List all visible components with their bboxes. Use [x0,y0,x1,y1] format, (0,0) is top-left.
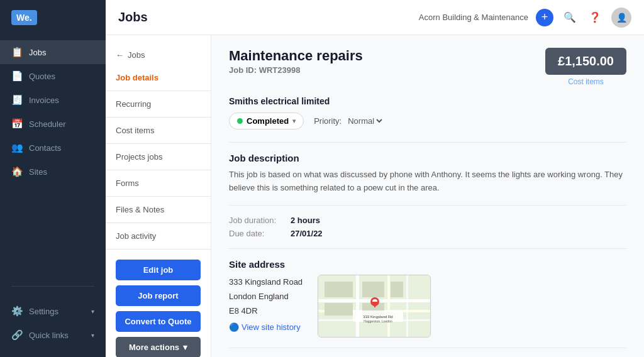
jobs-icon: 📋 [11,47,23,58]
sidebar-item-scheduler[interactable]: 📅 Scheduler [0,112,106,136]
back-to-jobs[interactable]: ← Jobs [106,45,211,67]
more-actions-label: More actions [129,343,179,352]
price-value: £1,150.00 [558,54,614,69]
svg-rect-9 [391,282,403,297]
subnav-job-details[interactable]: Job details [106,67,211,88]
sidebar-item-sites[interactable]: 🏠 Sites [0,160,106,184]
subnav-cost-items[interactable]: Cost items [106,120,211,141]
view-site-history[interactable]: 🔵 View site history [229,322,303,332]
view-history-label: View site history [242,322,301,332]
sidebar-divider [11,286,94,287]
sidebar: We. 📋 Jobs 📄 Quotes 🧾 Invoices 📅 Schedul… [0,0,106,357]
svg-rect-6 [406,275,408,338]
subnav-projects-jobs[interactable]: Projects jobs [106,146,211,167]
convert-to-quote-button[interactable]: Convert to Quote [116,311,201,332]
price-amount-box: £1,150.00 [545,48,626,75]
price-box: £1,150.00 Cost items [545,48,626,86]
more-actions-button[interactable]: More actions ▾ [116,337,201,357]
subnav-job-activity[interactable]: Job activity [106,226,211,246]
action-buttons-area: Edit job Job report Convert to Quote Mor… [106,252,211,357]
svg-rect-7 [325,282,353,297]
status-dot [237,118,243,124]
section-divider [229,142,626,143]
chevron-down-icon: ▾ [91,332,94,339]
sidebar-item-contacts[interactable]: 👥 Contacts [0,136,106,160]
subnav-divider [106,196,211,197]
subnav-forms[interactable]: Forms [106,173,211,194]
priority-row: Priority: Normal Low High [314,116,384,126]
priority-label: Priority: [314,116,341,126]
sidebar-item-label: Jobs [29,48,46,57]
back-arrow-icon: ← [116,50,124,60]
duration-value: 2 hours [291,216,320,225]
add-button[interactable]: + [536,9,553,26]
site-section-title: Site address [229,259,626,270]
sidebar-item-jobs[interactable]: 📋 Jobs [0,40,106,64]
sidebar-item-label: Sites [29,167,47,177]
main-area: Jobs Acorn Building & Maintenance + 🔍 ❓ … [106,0,644,357]
address-block: 333 Kingsland Road London England E8 4DR… [229,275,303,332]
description-title: Job description [229,153,626,163]
contacts-icon: 👥 [11,142,23,153]
sidebar-item-settings[interactable]: ⚙️ Settings ▾ [0,299,106,323]
sites-icon: 🏠 [11,166,23,177]
site-section: Site address 333 Kingsland Road London E… [229,259,626,338]
subnav-divider [106,222,211,223]
avatar[interactable]: 👤 [611,8,631,28]
job-header: Maintenance repairs Job ID: WRT23998 £1,… [229,48,626,86]
due-date-label: Due date: [229,229,286,238]
map-svg: 333 Kingsland Rd Haggerston, London [318,275,431,338]
status-row: Completed ▾ Priority: Normal Low High [229,113,626,129]
sidebar-item-label: Quick links [29,331,69,340]
logo-area: We. [0,0,106,35]
chevron-down-icon: ▾ [91,308,94,315]
scheduler-icon: 📅 [11,118,23,129]
status-label: Completed [247,116,289,126]
sub-sidebar: ← Jobs Job details Recurring Cost items … [106,35,211,357]
svg-rect-5 [387,275,390,338]
edit-job-button[interactable]: Edit job [116,260,201,280]
sidebar-item-label: Invoices [29,96,59,105]
job-id-label: Job ID: [229,65,257,75]
search-button[interactable]: 🔍 [561,9,579,26]
job-title-area: Maintenance repairs Job ID: WRT23998 [229,48,363,75]
page-title: Jobs [118,10,411,25]
svg-rect-8 [362,282,384,297]
subnav-divider [106,91,211,91]
status-badge[interactable]: Completed ▾ [229,113,304,129]
due-date-value: 27/01/22 [291,229,323,238]
main-panel: Maintenance repairs Job ID: WRT23998 £1,… [211,35,644,357]
duration-label: Job duration: [229,216,286,225]
address-text: 333 Kingsland Road London England E8 4DR [229,275,303,319]
address-line2: London England [229,289,303,304]
sidebar-item-quicklinks[interactable]: 🔗 Quick links ▾ [0,323,106,347]
status-chevron-icon: ▾ [292,118,296,124]
page-header: Jobs Acorn Building & Maintenance + 🔍 ❓ … [106,0,644,35]
help-button[interactable]: ❓ [586,9,604,26]
link-icon: 🔵 [229,322,239,332]
sidebar-item-label: Contacts [29,143,61,153]
sidebar-item-quotes[interactable]: 📄 Quotes [0,64,106,88]
subnav-divider [106,143,211,144]
settings-icon: ⚙️ [11,305,23,317]
quotes-icon: 📄 [11,70,23,82]
subnav-divider [106,249,211,250]
sidebar-item-label: Scheduler [29,119,66,129]
company-name: Smiths electrical limited [229,96,626,106]
job-report-button[interactable]: Job report [116,285,201,306]
content-area: ← Jobs Job details Recurring Cost items … [106,35,644,357]
app-logo: We. [11,10,37,25]
priority-select[interactable]: Normal Low High [345,116,384,126]
section-divider [229,348,626,348]
map-thumbnail: 333 Kingsland Rd Haggerston, London [318,275,431,338]
sidebar-item-invoices[interactable]: 🧾 Invoices [0,88,106,112]
due-date-row: Due date: 27/01/22 [229,229,626,238]
cost-items-link[interactable]: Cost items [545,77,626,86]
subnav-divider [106,117,211,118]
subnav-recurring[interactable]: Recurring [106,94,211,114]
company-name-header: Acorn Building & Maintenance [419,13,528,22]
subnav-files-notes[interactable]: Files & Notes [106,199,211,220]
subnav-divider [106,170,211,170]
sidebar-item-label: Quotes [29,72,55,81]
quicklinks-icon: 🔗 [11,329,23,341]
